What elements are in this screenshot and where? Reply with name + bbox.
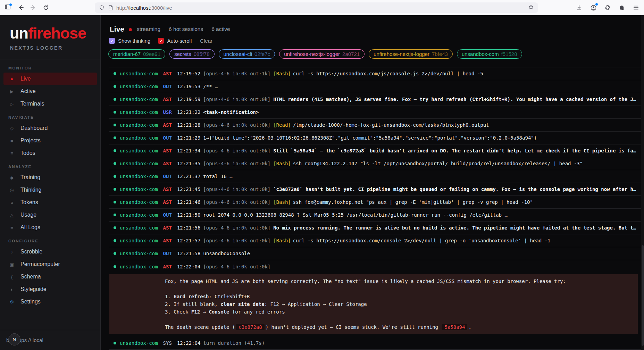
half-circle-icon: ◐ — [9, 287, 15, 292]
clear-button[interactable]: Clear — [200, 38, 212, 44]
log-tag: OUT — [163, 251, 172, 256]
sidebar-item-thinking[interactable]: ◎Thinking — [3, 184, 97, 196]
ghost-extension-icon[interactable] — [618, 4, 626, 11]
log-message: root 2074 0.0 0.0 1323608 82948 ? Ssl Ma… — [203, 212, 508, 218]
back-button[interactable] — [17, 4, 25, 11]
sidebar-item-styleguide[interactable]: ◐Styleguide — [3, 283, 97, 295]
sidebar-item-tokens[interactable]: ¤Tokens — [3, 196, 97, 209]
log-session-name: unsandbox-com — [120, 122, 158, 128]
controls-bar: ✓ Show thinking ✓ Auto-scroll Clear — [109, 38, 644, 44]
log-tool-tag: [Read] — [273, 122, 291, 128]
firefox-view-icon[interactable] — [5, 4, 12, 11]
extensions-icon[interactable] — [604, 4, 611, 11]
log-list: unsandbox-comAST12:19:52[opus-4-6 in:0k … — [109, 67, 644, 350]
sidebar-item-all-logs[interactable]: ≡All Logs — [3, 221, 97, 234]
sidebar-item-permacomputer[interactable]: ▣Permacomputer — [3, 258, 97, 270]
chip-session-name: meridian-67 — [113, 51, 141, 57]
log-message: Still `5a58a94` — the `c3e872a8` build h… — [273, 148, 636, 153]
chip-session-hash: f51528 — [501, 51, 517, 57]
log-tag: OUT — [163, 84, 172, 89]
log-tag: AST — [163, 238, 172, 243]
sidebar-item-projects[interactable]: ■Projects — [3, 134, 97, 147]
session-status-dot — [114, 226, 116, 229]
sidebar-item-label: Permacomputer — [20, 261, 60, 267]
log-model-meta: [opus-4-6 in:0k out:0k] — [203, 161, 270, 166]
block-text: ) hasn't deployed yet — CI seems stuck. … — [266, 324, 441, 330]
log-session-name: unsandbox-com — [120, 199, 158, 205]
session-chip[interactable]: unfirehose-nextjs-logger7bfe43 — [369, 49, 453, 59]
show-thinking-label: Show thinking — [118, 38, 150, 44]
log-row: unsandbox-comSYS12:22:04turn_duration (4… — [109, 337, 644, 350]
commit-hash-chip: c3e872a8 — [236, 324, 264, 330]
sidebar-user-section[interactable]: blackops // local N — [0, 330, 100, 350]
log-message: curl -s https://unsandbox.com/console 2>… — [293, 238, 551, 243]
session-chip[interactable]: unfirehose-nextjs-logger2a0721 — [279, 49, 365, 59]
chip-session-hash: 7bfe43 — [432, 51, 448, 57]
account-icon[interactable] — [589, 4, 597, 11]
sidebar-item-schema[interactable]: {Schema — [3, 270, 97, 283]
log-message: ssh fox@cammy.foxhop.net "ps aux | grep … — [293, 199, 533, 205]
log-session-name: unsandbox-com — [120, 97, 158, 102]
autoscroll-checkbox[interactable]: ✓ — [158, 38, 164, 44]
avatar[interactable]: N — [8, 333, 20, 345]
log-message: No mix process running. The runner is al… — [273, 225, 636, 231]
downloads-icon[interactable] — [575, 4, 583, 11]
log-message: curl -s https://unsandbox.com/js/console… — [293, 71, 483, 76]
sidebar-item-active[interactable]: ▶Active — [3, 85, 97, 98]
bookmark-star-icon[interactable] — [528, 4, 534, 11]
session-chip[interactable]: uncloseai-cli02fe7c — [219, 49, 275, 59]
block-text: 1. — [165, 294, 174, 299]
menu-icon[interactable] — [632, 4, 640, 11]
log-timestamp: 12:21:22 — [177, 109, 200, 115]
log-timestamp: 12:19:53 — [177, 84, 200, 89]
session-chip[interactable]: secrets085f78 — [169, 49, 214, 59]
log-tag: AST — [163, 148, 172, 153]
sidebar-item-label: Terminals — [20, 101, 44, 107]
session-chip[interactable]: unsandbox-comf51528 — [457, 49, 522, 59]
scrollbar[interactable] — [641, 15, 644, 350]
nav-section-label: ANALYZE — [0, 159, 100, 171]
session-chip[interactable]: meridian-6709ee91 — [108, 49, 165, 59]
square-filled-icon: ■ — [9, 138, 15, 143]
scrollbar-thumb[interactable] — [642, 245, 644, 346]
sidebar-item-label: Training — [20, 174, 40, 181]
sidebar-item-usage[interactable]: △Usage — [3, 209, 97, 221]
gear-icon: ⚙ — [9, 299, 15, 305]
sidebar-item-label: Styleguide — [20, 286, 47, 292]
show-thinking-checkbox[interactable]: ✓ — [109, 38, 115, 44]
sidebar-item-todos[interactable]: ≡Todos — [3, 147, 97, 159]
log-session-name: unsandbox-com — [120, 71, 158, 76]
log-row: unsandbox-comAST12:21:56[opus-4-6 in:0k … — [109, 222, 644, 234]
url-bar[interactable]: http://localhost:3000/live — [95, 2, 538, 13]
log-session-name: unsandbox-com — [120, 84, 158, 89]
log-model-meta: [opus-4-6 in:0k out:0k] — [203, 122, 270, 128]
sidebar-item-label: All Logs — [20, 224, 40, 231]
log-tag: AST — [163, 199, 172, 205]
log-model-meta: [opus-4-6 in:0k out:0k] — [203, 199, 270, 205]
log-model-meta: [opus-4-6 in:0k out:0k] — [203, 238, 270, 243]
sidebar-item-scrobble[interactable]: ♪Scrobble — [3, 245, 97, 258]
log-timestamp: 12:22:04 — [177, 340, 200, 346]
shield-icon[interactable] — [99, 5, 104, 10]
currency-icon: ¤ — [9, 200, 15, 205]
log-row: unsandbox-comOUT12:21:50root 2074 0.0 0.… — [109, 209, 644, 222]
log-row: unsandbox-comUSR12:21:22<task-notificati… — [109, 106, 644, 119]
reload-button[interactable] — [42, 4, 50, 11]
log-tag: AST — [163, 122, 172, 128]
main-content: Live streaming 6 hot sessions 6 active ✓… — [101, 15, 644, 350]
triangle-outline-icon: △ — [9, 212, 15, 218]
sidebar-item-settings[interactable]: ⚙Settings — [3, 295, 97, 308]
log-session-name: unsandbox-com — [120, 174, 158, 179]
forward-button[interactable] — [30, 4, 37, 11]
play-outline-icon: ▷ — [9, 101, 15, 107]
sidebar-item-terminals[interactable]: ▷Terminals — [3, 98, 97, 110]
sidebar-item-live[interactable]: ●Live — [3, 73, 97, 85]
log-tag: OUT — [163, 135, 172, 141]
list-lines-icon: ≡ — [9, 151, 15, 156]
page-info-icon[interactable] — [108, 5, 113, 10]
sidebar-item-dashboard[interactable]: ◇Dashboard — [3, 122, 97, 134]
sidebar-item-training[interactable]: ◆Training — [3, 171, 97, 184]
log-row: unsandbox-comOUT12:21:58unsandboxConsole — [109, 247, 644, 260]
log-timestamp: 12:21:57 — [177, 238, 200, 243]
log-row: unsandbox-comOUT12:21:37total 16 … — [109, 170, 644, 183]
